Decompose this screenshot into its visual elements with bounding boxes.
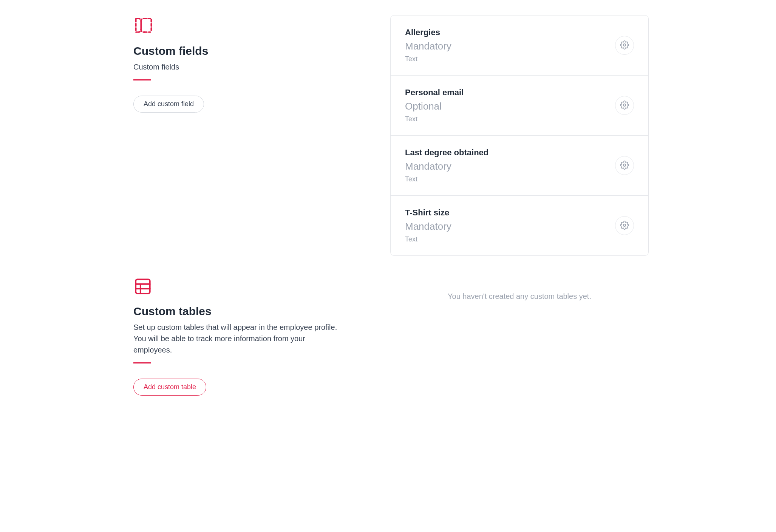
custom-tables-content: You haven't created any custom tables ye…	[390, 277, 649, 301]
svg-point-2	[623, 164, 626, 166]
gear-icon	[620, 161, 629, 171]
custom-fields-list: Allergies Mandatory Text Personal email …	[390, 15, 649, 256]
divider-accent	[133, 362, 151, 363]
field-settings-button[interactable]	[615, 156, 634, 175]
field-requirement: Mandatory	[405, 161, 488, 172]
svg-rect-4	[136, 279, 150, 294]
gear-icon	[620, 221, 629, 231]
field-name: Personal email	[405, 88, 464, 97]
custom-tables-empty-state: You haven't created any custom tables ye…	[390, 277, 649, 301]
custom-fields-section: Custom fields Custom fields Add custom f…	[127, 15, 649, 256]
custom-tables-title: Custom tables	[133, 305, 369, 318]
field-requirement: Mandatory	[405, 40, 451, 52]
gear-icon	[620, 40, 629, 51]
field-settings-button[interactable]	[615, 36, 634, 55]
field-type: Text	[405, 175, 488, 183]
field-name: Last degree obtained	[405, 148, 488, 158]
field-settings-button[interactable]	[615, 216, 634, 235]
field-row: Last degree obtained Mandatory Text	[391, 136, 648, 196]
field-info: T-Shirt size Mandatory Text	[405, 208, 451, 243]
svg-point-1	[623, 104, 626, 106]
custom-tables-section: Custom tables Set up custom tables that …	[127, 277, 649, 396]
add-custom-table-button[interactable]: Add custom table	[133, 379, 206, 396]
custom-fields-header: Custom fields Custom fields Add custom f…	[127, 15, 369, 113]
fields-card: Allergies Mandatory Text Personal email …	[390, 15, 649, 256]
field-name: Allergies	[405, 28, 451, 37]
gear-icon	[620, 101, 629, 111]
custom-fields-subtitle: Custom fields	[133, 61, 345, 73]
svg-point-3	[623, 224, 626, 226]
field-requirement: Optional	[405, 101, 464, 112]
field-name: T-Shirt size	[405, 208, 451, 218]
custom-tables-header: Custom tables Set up custom tables that …	[127, 277, 369, 396]
text-cursor-icon	[133, 15, 369, 37]
field-type: Text	[405, 55, 451, 63]
field-type: Text	[405, 235, 451, 243]
svg-point-0	[623, 44, 626, 46]
field-row: T-Shirt size Mandatory Text	[391, 196, 648, 255]
field-info: Allergies Mandatory Text	[405, 28, 451, 63]
divider-accent	[133, 79, 151, 80]
field-requirement: Mandatory	[405, 221, 451, 232]
field-row: Personal email Optional Text	[391, 76, 648, 136]
field-info: Last degree obtained Mandatory Text	[405, 148, 488, 183]
field-row: Allergies Mandatory Text	[391, 15, 648, 76]
custom-tables-subtitle: Set up custom tables that will appear in…	[133, 322, 345, 356]
custom-fields-title: Custom fields	[133, 45, 369, 57]
add-custom-field-button[interactable]: Add custom field	[133, 96, 204, 113]
field-info: Personal email Optional Text	[405, 88, 464, 123]
field-settings-button[interactable]	[615, 96, 634, 115]
table-icon	[133, 277, 369, 297]
field-type: Text	[405, 115, 464, 123]
